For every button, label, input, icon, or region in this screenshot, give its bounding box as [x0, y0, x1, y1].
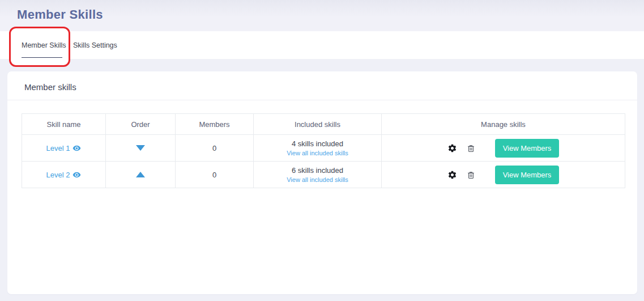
view-members-button[interactable]: View Members: [495, 139, 560, 158]
skills-table-wrap: Skill name Order Members Included skills…: [7, 100, 637, 188]
card-title: Member skills: [7, 71, 637, 100]
tab-member-skills[interactable]: Member Skills: [22, 41, 66, 49]
delete-button[interactable]: [466, 170, 476, 180]
header-manage-skills: Manage skills: [382, 114, 625, 135]
skill-name-link[interactable]: Level 1: [46, 144, 82, 152]
settings-button[interactable]: [447, 170, 457, 180]
page-title: Member Skills: [17, 7, 644, 22]
eye-icon: [72, 144, 81, 152]
table-header-row: Skill name Order Members Included skills…: [22, 114, 625, 135]
order-toggle-icon[interactable]: [136, 145, 145, 151]
members-count: 0: [176, 162, 254, 188]
member-skills-card: Member skills Skill name Order Members I…: [7, 71, 637, 294]
delete-button[interactable]: [466, 143, 476, 153]
order-toggle-icon[interactable]: [136, 172, 145, 177]
members-count: 0: [176, 135, 254, 162]
gear-icon: [447, 143, 457, 153]
table-row: Level 1 0 4 skills included View all inc…: [22, 135, 625, 162]
header-order: Order: [106, 114, 176, 135]
content-area: Member skills Skill name Order Members I…: [0, 71, 644, 294]
skill-name-link[interactable]: Level 2: [46, 171, 82, 179]
skill-name-label: Level 2: [46, 171, 70, 179]
tab-skills-settings[interactable]: Skills Settings: [73, 41, 117, 49]
view-included-skills-link[interactable]: View all included skills: [254, 176, 381, 183]
header-members: Members: [176, 114, 254, 135]
page-header: Member Skills: [0, 0, 644, 31]
eye-icon: [72, 171, 81, 179]
tab-bar: Member Skills Skills Settings: [0, 31, 644, 59]
skill-name-label: Level 1: [46, 144, 70, 152]
trash-icon: [466, 143, 476, 153]
skills-table: Skill name Order Members Included skills…: [22, 113, 625, 188]
table-row: Level 2 0 6 skills included View all inc…: [22, 162, 625, 188]
trash-icon: [466, 170, 476, 180]
gear-icon: [447, 170, 457, 180]
active-tab-underline: [22, 57, 62, 58]
included-skills-summary: 6 skills included: [254, 166, 381, 175]
header-skill-name: Skill name: [22, 114, 106, 135]
view-members-button[interactable]: View Members: [495, 166, 560, 184]
included-skills-summary: 4 skills included: [254, 139, 381, 148]
view-included-skills-link[interactable]: View all included skills: [254, 150, 381, 156]
settings-button[interactable]: [447, 143, 457, 153]
header-included-skills: Included skills: [254, 114, 382, 135]
